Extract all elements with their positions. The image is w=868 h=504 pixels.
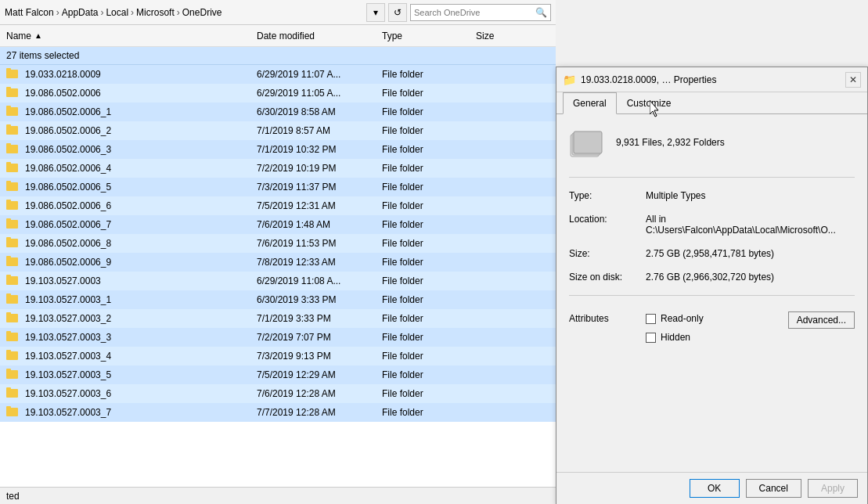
col-name-header[interactable]: Name ▲ (6, 31, 257, 41)
svg-rect-23 (6, 275, 11, 278)
folder-icon (6, 124, 19, 137)
table-row[interactable]: 19.103.0527.0003 6/29/2019 11:08 A... Fi… (0, 272, 556, 290)
cancel-button[interactable]: Cancel (746, 479, 801, 498)
file-name: 19.103.0527.0003_4 (25, 351, 111, 362)
search-icon: 🔍 (535, 7, 547, 18)
file-type: File folder (382, 200, 476, 211)
file-name: 19.086.0502.0006 (25, 88, 101, 99)
file-type: File folder (382, 125, 476, 136)
dialog-content: 9,931 Files, 2,932 Folders Type: Multipl… (556, 114, 867, 472)
prop-row-size: Size: 2.75 GB (2,958,471,781 bytes) (569, 248, 855, 259)
svg-rect-13 (6, 181, 11, 184)
table-row[interactable]: 19.086.0502.0006_5 7/3/2019 11:37 PM Fil… (0, 178, 556, 196)
table-row[interactable]: 19.103.0527.0003_6 7/6/2019 12:28 AM Fil… (0, 384, 556, 403)
file-name: 19.103.0527.0003_6 (25, 388, 111, 399)
table-row[interactable]: 19.033.0218.0009 6/29/2019 11:07 A... Fi… (0, 65, 556, 84)
folder-icon (6, 236, 19, 250)
readonly-checkbox[interactable] (646, 314, 656, 324)
folder-icon (6, 199, 19, 212)
table-row[interactable]: 19.086.0502.0006_8 7/6/2019 11:53 PM Fil… (0, 234, 556, 253)
size-on-disk-label: Size on disk: (569, 272, 639, 283)
explorer-toolbar: Matt Falcon › AppData › Local › Microsof… (0, 0, 556, 25)
properties-dialog: 📁 19.033.0218.0009, … Properties ✕ Gener… (556, 67, 868, 504)
col-size-header[interactable]: Size (476, 31, 538, 41)
attributes-section: Attributes Read-only Advanced... Hidden (569, 311, 855, 346)
file-name: 19.086.0502.0006_6 (25, 200, 111, 211)
file-date: 7/1/2019 10:32 PM (257, 144, 382, 155)
table-row[interactable]: 19.086.0502.0006_3 7/1/2019 10:32 PM Fil… (0, 140, 556, 159)
dialog-title-left: 📁 19.033.0218.0009, … Properties (563, 74, 716, 86)
breadcrumb-item[interactable]: Matt Falcon (5, 7, 54, 18)
multi-file-icon (569, 124, 607, 161)
table-row[interactable]: 19.103.0527.0003_4 7/3/2019 9:13 PM File… (0, 347, 556, 365)
file-name: 19.103.0527.0003 (25, 275, 101, 286)
file-name: 19.086.0502.0006_3 (25, 144, 111, 155)
table-row[interactable]: 19.086.0502.0006_4 7/2/2019 10:19 PM Fil… (0, 159, 556, 178)
type-label: Type: (569, 190, 639, 201)
file-list[interactable]: 19.033.0218.0009 6/29/2019 11:07 A... Fi… (0, 65, 556, 504)
file-type: File folder (382, 332, 476, 343)
file-date: 6/29/2019 11:07 A... (257, 69, 382, 80)
file-date: 7/3/2019 9:13 PM (257, 351, 382, 362)
file-type: File folder (382, 294, 476, 305)
search-input[interactable] (414, 8, 535, 17)
table-row[interactable]: 19.086.0502.0006_7 7/6/2019 1:48 AM File… (0, 215, 556, 234)
location-label: Location: (569, 214, 639, 225)
ok-button[interactable]: OK (690, 479, 740, 498)
tab-customize[interactable]: Customize (617, 92, 682, 114)
file-name: 19.103.0527.0003_7 (25, 407, 111, 418)
table-row[interactable]: 19.103.0527.0003_3 7/2/2019 7:07 PM File… (0, 328, 556, 347)
file-date: 7/7/2019 12:28 AM (257, 407, 382, 418)
dialog-close-button[interactable]: ✕ (845, 72, 861, 88)
table-row[interactable]: 19.086.0502.0006_1 6/30/2019 8:58 AM Fil… (0, 103, 556, 121)
file-summary: 9,931 Files, 2,932 Folders (569, 124, 855, 161)
tab-general[interactable]: General (563, 92, 617, 114)
breadcrumb-item[interactable]: AppData (62, 7, 99, 18)
col-type-header[interactable]: Type (382, 31, 476, 41)
advanced-button[interactable]: Advanced... (788, 311, 855, 329)
file-date: 6/29/2019 11:08 A... (257, 275, 382, 286)
file-name: 19.086.0502.0006_5 (25, 182, 111, 193)
table-row[interactable]: 19.103.0527.0003_2 7/1/2019 3:33 PM File… (0, 309, 556, 328)
breadcrumb-item[interactable]: OneDrive (182, 7, 222, 18)
refresh-btn[interactable]: ↺ (388, 3, 407, 22)
svg-rect-35 (6, 387, 11, 391)
search-box[interactable]: 🔍 (410, 4, 551, 21)
file-date: 7/2/2019 7:07 PM (257, 332, 382, 343)
table-row[interactable]: 19.086.0502.0006_2 7/1/2019 8:57 AM File… (0, 121, 556, 140)
file-date: 7/5/2019 12:31 AM (257, 200, 382, 211)
table-row[interactable]: 19.103.0527.0003_7 7/7/2019 12:28 AM Fil… (0, 403, 556, 422)
hidden-checkbox[interactable] (646, 333, 656, 343)
svg-rect-25 (6, 293, 11, 297)
svg-rect-17 (6, 218, 11, 221)
readonly-attr-row: Read-only (646, 313, 704, 324)
divider-1 (569, 177, 855, 178)
table-row[interactable]: 19.103.0527.0003_1 6/30/2019 3:33 PM Fil… (0, 290, 556, 309)
file-type: File folder (382, 407, 476, 418)
table-row[interactable]: 19.103.0527.0003_5 7/5/2019 12:29 AM Fil… (0, 365, 556, 384)
file-date: 6/30/2019 8:58 AM (257, 106, 382, 117)
table-row[interactable]: 19.086.0502.0006_6 7/5/2019 12:31 AM Fil… (0, 196, 556, 215)
size-label: Size: (569, 248, 639, 259)
col-date-header[interactable]: Date modified (257, 31, 382, 41)
table-row[interactable]: 19.086.0502.0006_9 7/8/2019 12:33 AM Fil… (0, 253, 556, 272)
svg-rect-29 (6, 331, 11, 334)
breadcrumb-item[interactable]: Microsoft (136, 7, 175, 18)
prop-row-location: Location: All in C:\Users\Falcon\AppData… (569, 214, 855, 236)
file-type: File folder (382, 388, 476, 399)
table-row[interactable]: 19.086.0502.0006 6/29/2019 11:05 A... Fi… (0, 84, 556, 103)
file-type: File folder (382, 313, 476, 324)
file-date: 7/6/2019 12:28 AM (257, 388, 382, 399)
file-type: File folder (382, 182, 476, 193)
apply-button[interactable]: Apply (808, 479, 858, 498)
file-name: 19.086.0502.0006_1 (25, 106, 111, 117)
divider-2 (569, 295, 855, 296)
file-type: File folder (382, 219, 476, 230)
breadcrumb-item[interactable]: Local (106, 7, 128, 18)
file-type: File folder (382, 106, 476, 117)
selected-info: 27 items selected (0, 47, 556, 65)
dropdown-btn[interactable]: ▾ (366, 3, 385, 22)
svg-rect-31 (6, 350, 11, 353)
breadcrumb[interactable]: Matt Falcon › AppData › Local › Microsof… (5, 7, 363, 18)
prop-row-type: Type: Multiple Types (569, 190, 855, 201)
